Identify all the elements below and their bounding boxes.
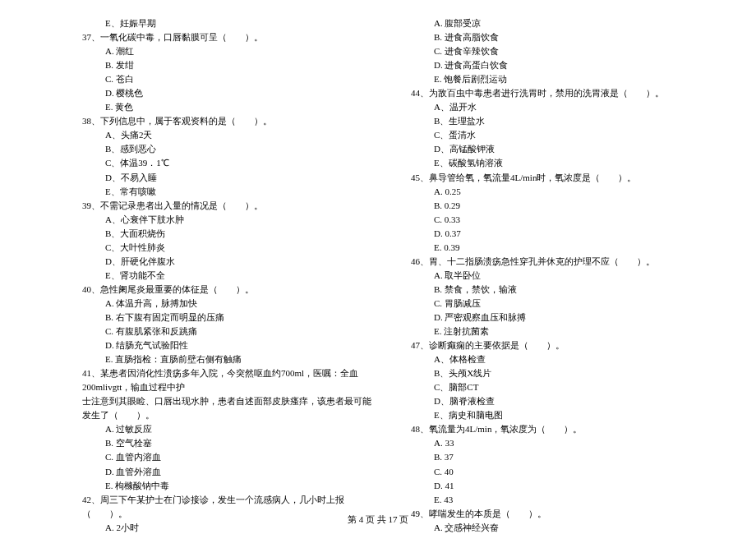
- question-text: 45、鼻导管给氧，氧流量4L/min时，氧浓度是（ ）。: [411, 171, 707, 185]
- answer-option: D、高锰酸钾液: [411, 142, 707, 156]
- left-column: E、妊娠早期37、一氧化碳中毒，口唇黏膜可呈（ ）。A. 潮红B. 发绀C. 苍…: [82, 16, 378, 501]
- answer-option: C. 胃肠减压: [411, 297, 707, 311]
- answer-option: E. 饱餐后剧烈运动: [411, 72, 707, 86]
- answer-option: C. 有腹肌紧张和反跳痛: [82, 325, 378, 338]
- answer-option: B、生理盐水: [411, 114, 707, 128]
- answer-option: B. 空气栓塞: [82, 436, 378, 450]
- question-text: 40、急性阑尾炎最重要的体征是（ ）。: [82, 283, 378, 297]
- answer-option: D. 进食高蛋白饮食: [411, 58, 707, 72]
- answer-option: D、肝硬化伴腹水: [82, 255, 378, 269]
- answer-option: A、体格检查: [411, 352, 707, 366]
- answer-option: D、不易入睡: [82, 171, 378, 185]
- question-text: 37、一氧化碳中毒，口唇黏膜可呈（ ）。: [82, 30, 378, 44]
- answer-option: E. 注射抗菌素: [411, 325, 707, 338]
- answer-option: B、大面积烧伤: [82, 227, 378, 241]
- answer-option: B、感到恶心: [82, 142, 378, 156]
- answer-option: A. 过敏反应: [82, 422, 378, 436]
- answer-option: A、心衰伴下肢水肿: [82, 213, 378, 227]
- answer-option: A. 潮红: [82, 44, 378, 58]
- answer-option: A、头痛2天: [82, 128, 378, 142]
- answer-option: E、病史和脑电图: [411, 408, 707, 422]
- page-footer: 第 4 页 共 17 页: [0, 513, 756, 526]
- right-column: A. 腹部受凉B. 进食高脂饮食C. 进食辛辣饮食D. 进食高蛋白饮食E. 饱餐…: [411, 16, 707, 501]
- answer-option: D. 41: [411, 479, 707, 493]
- answer-option: E、碳酸氢钠溶液: [411, 156, 707, 170]
- answer-option: D. 0.37: [411, 227, 707, 241]
- answer-option: B. 0.29: [411, 199, 707, 213]
- answer-option: E. 0.39: [411, 241, 707, 255]
- answer-option: C. 进食辛辣饮食: [411, 44, 707, 58]
- answer-option: B. 进食高脂饮食: [411, 30, 707, 44]
- answer-option: C、脑部CT: [411, 380, 707, 394]
- question-text: 48、氧流量为4L/min，氧浓度为（ ）。: [411, 422, 707, 436]
- answer-option: D. 血管外溶血: [82, 465, 378, 479]
- question-text: 46、胃、十二指肠溃疡急性穿孔并休克的护理不应（ ）。: [411, 255, 707, 269]
- answer-option: A. 0.25: [411, 185, 707, 199]
- answer-option: D、脑脊液检查: [411, 394, 707, 408]
- answer-option: A. 取半卧位: [411, 269, 707, 283]
- answer-option: C. 苍白: [82, 72, 378, 86]
- answer-option: D. 严密观察血压和脉搏: [411, 311, 707, 325]
- answer-option: B. 37: [411, 450, 707, 464]
- answer-option: B. 右下腹有固定而明显的压痛: [82, 311, 378, 325]
- question-text: 38、下列信息中，属于客观资料的是（ ）。: [82, 114, 378, 128]
- answer-option: B. 禁食，禁饮，输液: [411, 283, 707, 297]
- question-text: 47、诊断癫痫的主要依据是（ ）。: [411, 338, 707, 352]
- answer-option: B. 发绀: [82, 58, 378, 72]
- answer-option: E. 黄色: [82, 100, 378, 114]
- answer-option: D. 结肠充气试验阳性: [82, 338, 378, 352]
- answer-option: E、妊娠早期: [82, 16, 378, 30]
- answer-option: C. 0.33: [411, 213, 707, 227]
- answer-option: E. 43: [411, 493, 707, 507]
- question-text: 41、某患者因消化性溃疡多年入院，今突然呕血约700ml，医嘱：全血200mli…: [82, 366, 378, 394]
- question-text: 44、为敌百虫中毒患者进行洗胃时，禁用的洗胃液是（ ）。: [411, 86, 707, 100]
- answer-option: D. 樱桃色: [82, 86, 378, 100]
- answer-option: B、头颅X线片: [411, 366, 707, 380]
- answer-option: C、体温39．1℃: [82, 156, 378, 170]
- answer-option: C、大叶性肺炎: [82, 241, 378, 255]
- answer-option: A. 体温升高，脉搏加快: [82, 297, 378, 311]
- answer-option: A、温开水: [411, 100, 707, 114]
- answer-option: C. 血管内溶血: [82, 450, 378, 464]
- question-text: 39、不需记录患者出入量的情况是（ ）。: [82, 199, 378, 213]
- answer-option: E、肾功能不全: [82, 269, 378, 283]
- answer-option: E. 直肠指检：直肠前壁右侧有触痛: [82, 352, 378, 366]
- answer-option: E、常有咳嗽: [82, 185, 378, 199]
- answer-option: C、蛋清水: [411, 128, 707, 142]
- answer-option: E. 枸橼酸钠中毒: [82, 479, 378, 493]
- answer-option: A. 33: [411, 436, 707, 450]
- answer-option: C. 40: [411, 465, 707, 479]
- question-continuation: 士注意到其眼睑、口唇出现水肿，患者自述面部皮肤瘙痒，该患者最可能发生了（ ）。: [82, 394, 378, 422]
- answer-option: A. 腹部受凉: [411, 16, 707, 30]
